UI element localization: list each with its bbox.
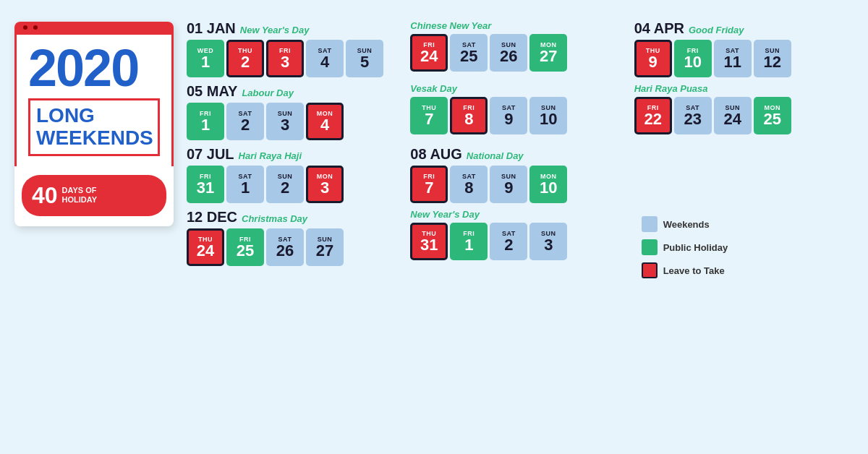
- day-cells: FRI1SAT2SUN3MON4: [187, 103, 406, 140]
- legend-item: Public Holiday: [642, 239, 854, 255]
- day-number: 7: [425, 180, 433, 196]
- legend-block: WeekendsPublic HolidayLeave to Take: [634, 209, 854, 278]
- holiday-name: New Year's Day: [410, 209, 480, 220]
- day-cell: WED1: [187, 40, 224, 77]
- day-cell: FRI22: [634, 97, 672, 134]
- legend-box-holiday: [642, 239, 658, 255]
- day-cell: SAT8: [450, 166, 488, 203]
- block-header: 07 JULHari Raya Haji: [187, 146, 406, 163]
- block-header: 12 DECChristmas Day: [187, 209, 406, 226]
- day-number: 24: [723, 111, 741, 127]
- calendar-bottom: 40 DAYS OFHOLIDAY: [22, 175, 166, 216]
- holiday-name: Hari Raya Puasa: [634, 83, 708, 94]
- day-cell: SUN27: [306, 228, 344, 266]
- day-cell: SUN10: [529, 97, 567, 134]
- day-number: 23: [684, 111, 701, 127]
- day-number: 2: [241, 117, 250, 133]
- legend-item: Weekends: [642, 216, 854, 232]
- day-cell: SAT9: [490, 97, 527, 134]
- day-number: 9: [504, 111, 513, 127]
- day-cell: FRI24: [410, 34, 448, 72]
- day-number: 1: [464, 237, 473, 253]
- day-cell: SAT25: [450, 34, 488, 72]
- day-cell: SAT26: [266, 228, 304, 266]
- spacer: [634, 146, 854, 203]
- day-number: 2: [281, 180, 289, 196]
- day-cell: MON3: [306, 166, 344, 203]
- block-header: New Year's Day: [410, 209, 629, 220]
- day-cell: FRI10: [674, 40, 712, 77]
- day-number: 25: [460, 48, 477, 64]
- holiday-name: Labour Day: [242, 87, 294, 98]
- day-cells: THU24FRI25SAT26SUN27: [187, 228, 406, 266]
- calendar-top-strip: [14, 22, 174, 35]
- holiday-block-aug: 08 AUGNational DayFRI7SAT8SUN9MON10: [410, 146, 629, 203]
- holiday-name: Hari Raya Haji: [239, 150, 302, 161]
- holiday-block-cny: Chinese New YearFRI24SAT25SUN26MON27: [410, 20, 629, 77]
- day-cell: THU9: [634, 40, 672, 77]
- holiday-block-hari-raya-puasa: Hari Raya PuasaFRI22SAT23SUN24MON25: [634, 83, 854, 140]
- legend-item: Leave to Take: [642, 262, 854, 278]
- day-cell: FRI1: [187, 103, 224, 140]
- holiday-block-apr: 04 APRGood FridayTHU9FRI10SAT11SUN12: [634, 20, 854, 77]
- long-text-long: LONG: [36, 105, 152, 127]
- month-label: 05 MAY: [187, 83, 237, 100]
- long-weekends-box: LONG WEEKENDS: [28, 98, 160, 156]
- day-cells: WED1THU2FRI3SAT4SUN5: [187, 40, 406, 77]
- month-label: 01 JAN: [187, 20, 236, 37]
- holiday-name: Chinese New Year: [410, 20, 491, 31]
- legend-box-weekend: [642, 216, 658, 232]
- day-number: 2: [241, 54, 250, 70]
- day-number: 27: [540, 48, 557, 64]
- day-cells: FRI24SAT25SUN26MON27: [410, 34, 629, 72]
- day-cell: SUN2: [266, 166, 304, 203]
- holiday-name: Good Friday: [689, 25, 744, 35]
- day-number: 3: [281, 54, 289, 70]
- legend-text: Leave to Take: [663, 265, 725, 276]
- block-header: 08 AUGNational Day: [410, 146, 629, 163]
- month-label: 07 JUL: [187, 146, 234, 163]
- day-cell: MON10: [529, 166, 567, 203]
- day-cells: FRI7SAT8SUN9MON10: [410, 166, 629, 203]
- long-text-weekends: WEEKENDS: [36, 127, 152, 150]
- page-wrapper: 2020 LONG WEEKENDS 40 DAYS OFHOLIDAY 01 …: [14, 14, 854, 440]
- day-cell: FRI31: [187, 166, 224, 203]
- holiday-name: National Day: [467, 150, 524, 161]
- day-cell: SUN5: [346, 40, 383, 77]
- day-number: 12: [763, 54, 780, 70]
- day-number: 26: [276, 243, 294, 259]
- days-count: 40: [32, 182, 58, 209]
- day-cell: SUN24: [714, 97, 752, 134]
- day-number: 10: [540, 111, 557, 127]
- day-number: 25: [237, 243, 254, 259]
- day-number: 25: [763, 111, 780, 127]
- month-label: 08 AUG: [410, 146, 462, 163]
- day-number: 22: [644, 111, 661, 127]
- day-number: 3: [281, 117, 289, 133]
- legend-box-leave: [642, 262, 658, 278]
- day-number: 26: [500, 48, 517, 64]
- day-number: 1: [201, 54, 210, 70]
- day-number: 1: [241, 180, 250, 196]
- day-number: 9: [649, 54, 658, 70]
- day-cell: SAT1: [226, 166, 264, 203]
- day-cell: FRI25: [226, 228, 264, 266]
- day-number: 11: [723, 54, 741, 70]
- holiday-block-dec: 12 DECChristmas DayTHU24FRI25SAT26SUN27: [187, 209, 406, 278]
- month-label: 12 DEC: [187, 209, 237, 226]
- holiday-name: Vesak Day: [410, 83, 457, 94]
- day-cell: FRI7: [410, 166, 448, 203]
- day-number: 4: [320, 54, 329, 70]
- holiday-block-jul: 07 JULHari Raya HajiFRI31SAT1SUN2MON3: [187, 146, 406, 203]
- day-cell: THU31: [410, 223, 448, 260]
- day-number: 8: [464, 180, 473, 196]
- day-number: 10: [684, 54, 701, 70]
- days-label: DAYS OFHOLIDAY: [62, 186, 98, 205]
- day-cells: FRI22SAT23SUN24MON25: [634, 97, 854, 134]
- day-cell: THU24: [187, 228, 224, 266]
- day-number: 31: [197, 180, 214, 196]
- day-number: 10: [540, 180, 557, 196]
- block-header: Chinese New Year: [410, 20, 629, 31]
- day-number: 2: [504, 237, 513, 253]
- day-cell: MON4: [306, 103, 344, 140]
